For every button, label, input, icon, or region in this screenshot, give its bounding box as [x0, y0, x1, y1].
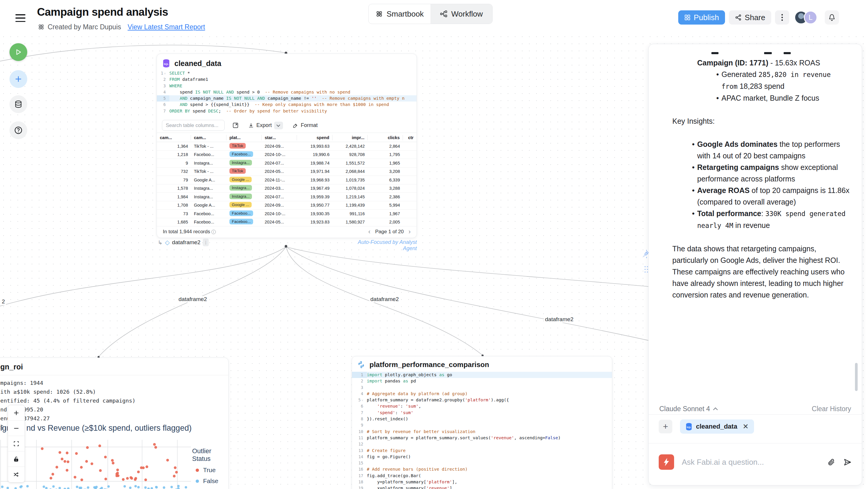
tab-workflow[interactable]: Workflow	[430, 4, 492, 24]
code-line[interactable]: 4# Aggregate data by platform (ad group)	[352, 391, 612, 397]
platform-badge: Instagra...	[229, 185, 252, 191]
add-cell-button[interactable]	[9, 70, 27, 88]
next-page-button[interactable]: ›	[408, 228, 411, 236]
code-line[interactable]: 11platform_summary = platform_summary.so…	[352, 435, 612, 441]
code-line[interactable]: 13# Create figure	[352, 448, 612, 454]
avatar-letter[interactable]: L	[804, 11, 817, 24]
code-line[interactable]: 14fig = go.Figure()	[352, 454, 612, 460]
tag-options-button[interactable]: ⋮	[203, 239, 209, 246]
publish-button[interactable]: Publish	[678, 10, 725, 25]
attach-file-button[interactable]	[828, 458, 835, 466]
python-code-editor[interactable]: 1import plotly.graph_objects as go2impor…	[352, 372, 612, 489]
table-row[interactable]: 1,685Faceboo...Faceboo...2024-05...19,92…	[157, 218, 416, 227]
code-line[interactable]: 12	[352, 441, 612, 447]
sql-code-editor[interactable]: 1˅SELECT *2FROM dataframe13WHERE4 spend …	[157, 70, 416, 114]
code-line[interactable]: 8}).reset_index()	[352, 416, 612, 422]
format-button[interactable]: Format	[292, 122, 318, 128]
scatter-plot[interactable]	[0, 440, 191, 489]
lock-button[interactable]	[8, 451, 25, 467]
bullet-item: •Retargeting campaigns show exceptional …	[689, 162, 850, 185]
more-options-button[interactable]	[775, 10, 789, 25]
code-line[interactable]: 3WHERE	[157, 83, 416, 89]
code-line[interactable]: 1import plotly.graph_objects as go	[352, 372, 612, 378]
code-line[interactable]: 19 x=platform_summary['revenue'],	[352, 485, 612, 489]
legend-item-true[interactable]: True	[192, 466, 228, 473]
column-header[interactable]: ctr	[403, 135, 416, 140]
publish-label: Publish	[694, 13, 719, 22]
code-line[interactable]: 1˅SELECT *	[157, 70, 416, 77]
legend-item-false[interactable]: False	[192, 478, 228, 485]
prev-page-button[interactable]: ‹	[368, 228, 370, 236]
zoom-out-button[interactable]	[8, 421, 25, 436]
code-line[interactable]: 18 y=platform_summary['platform'],	[352, 479, 612, 485]
column-header[interactable]: plat...	[226, 135, 262, 140]
kebab-icon	[781, 13, 783, 21]
expand-table-button[interactable]	[232, 122, 239, 128]
code-line[interactable]: 15	[352, 460, 612, 466]
code-line[interactable]: 5 AND campaign_name IS NOT NULL AND camp…	[157, 95, 416, 101]
code-line[interactable]: 5˅platform_summary = dataframe2.groupby(…	[352, 397, 612, 403]
page-indicator: Page 1 of 20	[375, 229, 404, 235]
table-row[interactable]: 79Google A...Google ...2024-11-...19,968…	[157, 176, 416, 184]
table-cell: Faceboo...	[191, 211, 226, 216]
run-workflow-button[interactable]	[9, 43, 27, 61]
search-table-columns-input[interactable]: Search table columns...	[162, 120, 225, 131]
column-header[interactable]: cam...	[157, 135, 191, 140]
clear-history-button[interactable]: Clear History	[812, 405, 851, 413]
code-line[interactable]: 6 'revenue': 'sum',	[352, 403, 612, 409]
code-line[interactable]: 2FROM dataframe1	[157, 77, 416, 83]
column-header[interactable]: impr...	[333, 135, 368, 140]
table-row[interactable]: 732TikTok - ...TikTok2024-05...19,971.94…	[157, 167, 416, 176]
drag-handle-icon[interactable]	[644, 266, 649, 274]
table-row[interactable]: 1,578Instagra...Instagra...2024-03...19,…	[157, 184, 416, 193]
code-line[interactable]: 6 AND spend > {{spend_limit}} -- Keep on…	[157, 101, 416, 108]
view-smart-report-link[interactable]: View Latest Smart Report	[128, 23, 205, 31]
pin-panel-icon[interactable]	[643, 249, 650, 259]
context-chip-cleaned-data[interactable]: SQL cleaned_data ✕	[680, 420, 754, 434]
code-line[interactable]: 4 spend IS NOT NULL AND spend > 0 -- Rem…	[157, 89, 416, 95]
export-button[interactable]: Export	[248, 122, 272, 128]
cell-campaign-roi[interactable]: gn_roi mpaigns: 1944ith ≥$10k spend: 102…	[0, 358, 228, 489]
code-line[interactable]: 7ORDER BY spend DESC; -- Order by spend …	[157, 108, 416, 114]
dataframe-output-tag[interactable]: ↳ ◇ dataframe2 ⋮	[158, 239, 209, 246]
column-header[interactable]: star...	[262, 135, 297, 140]
results-table[interactable]: cam...cam...plat...star...spendimpr...cl…	[157, 133, 416, 226]
ask-fabi-input[interactable]	[682, 458, 820, 467]
chevron-up-icon[interactable]	[713, 407, 718, 412]
table-cell: 2024-10-...	[262, 211, 297, 216]
table-row[interactable]: 73Faceboo...Faceboo...2024-10-...19,930.…	[157, 210, 416, 218]
cell-cleaned-data[interactable]: SQL cleaned_data 1˅SELECT *2FROM datafra…	[157, 54, 417, 238]
info-icon[interactable]: i	[211, 230, 216, 234]
export-options-button[interactable]	[274, 122, 283, 129]
help-button[interactable]	[9, 121, 27, 139]
table-row[interactable]: 1,364TikTok - ...TikTok2024-09...19,993.…	[157, 142, 416, 151]
table-row[interactable]: 1,984Instagra...Instagra...2024-07...19,…	[157, 193, 416, 201]
code-line[interactable]: 2import pandas as pd	[352, 378, 612, 384]
table-row[interactable]: 1,218Faceboo...Faceboo...2024-10-...19,9…	[157, 151, 416, 159]
tab-smartbook[interactable]: Smartbook	[369, 4, 430, 24]
code-line[interactable]: 7 'spend': 'sum'	[352, 410, 612, 416]
data-sources-button[interactable]	[9, 95, 27, 113]
menu-icon[interactable]	[16, 14, 26, 22]
column-header[interactable]: clicks	[368, 135, 403, 140]
remove-chip-icon[interactable]: ✕	[742, 422, 748, 431]
code-line[interactable]: 3	[352, 385, 612, 391]
table-row[interactable]: 9Instagra...Instagra...2024-07...19,988.…	[157, 159, 416, 167]
code-line[interactable]: 9	[352, 422, 612, 428]
panel-scrollbar-thumb[interactable]	[855, 363, 858, 391]
send-button[interactable]	[843, 458, 852, 466]
share-button[interactable]: Share	[729, 10, 771, 25]
code-line[interactable]: 10# Sort by revenue for better visualiza…	[352, 429, 612, 435]
code-line[interactable]: 16# Add revenue bars (positive direction…	[352, 466, 612, 472]
table-row[interactable]: 1,708Google A...Google ...2024-09...19,9…	[157, 201, 416, 210]
column-header[interactable]: spend	[297, 135, 333, 140]
column-header[interactable]: cam...	[191, 135, 226, 140]
cell-platform-performance-comparison[interactable]: platform_performance_comparison 1import …	[352, 356, 612, 489]
shuffle-layout-button[interactable]	[8, 467, 25, 482]
add-context-button[interactable]: +	[659, 420, 672, 433]
model-selector[interactable]: Claude Sonnet 4	[659, 405, 710, 413]
code-line[interactable]: 17fig.add_trace(go.Bar(	[352, 473, 612, 479]
notifications-button[interactable]	[825, 10, 839, 25]
zoom-in-button[interactable]	[8, 405, 25, 421]
fit-view-button[interactable]	[8, 436, 25, 451]
